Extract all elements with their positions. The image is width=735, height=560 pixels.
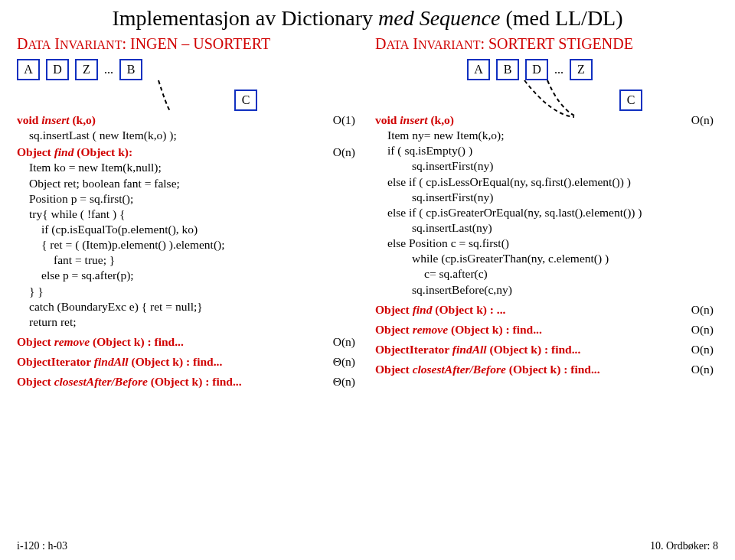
bigo: Θ(n) bbox=[333, 374, 355, 389]
h-nv: NVARIANT bbox=[418, 38, 480, 51]
left-column: DATA INVARIANT: INGEN – USORTERT A D Z .… bbox=[17, 35, 360, 389]
kw: void bbox=[17, 113, 41, 126]
fn: findAll bbox=[452, 343, 487, 356]
args: (Object k): bbox=[74, 145, 132, 158]
bigo: O(1) bbox=[333, 112, 355, 128]
h-i: I bbox=[409, 35, 418, 52]
kw: ObjectIterator bbox=[375, 343, 452, 356]
h-i: I bbox=[51, 35, 60, 52]
title-ital: med Sequence bbox=[378, 6, 500, 30]
node-a: A bbox=[467, 59, 490, 80]
code-line: fant = true; } bbox=[17, 252, 360, 268]
bigo: O(n) bbox=[691, 362, 714, 377]
title-plain: Implementasjon av Dictionary bbox=[112, 6, 373, 30]
left-code: void insert (k,o) O(1) sq.insertLast ( n… bbox=[17, 112, 360, 389]
kw: Object bbox=[375, 363, 413, 376]
args: (k,o) bbox=[428, 113, 454, 126]
bigo: O(n) bbox=[691, 302, 714, 317]
node-d: D bbox=[46, 59, 69, 80]
code-line: else p = sq.after(p); bbox=[17, 268, 360, 283]
footer-left: i-120 : h-03 bbox=[17, 540, 67, 552]
node-c-right: C bbox=[619, 90, 642, 111]
code-line: if ( sq.isEmpty() ) bbox=[375, 143, 718, 158]
args: (Object k) : find... bbox=[487, 343, 581, 356]
footer-right: 10. Ordbøker: 8 bbox=[650, 540, 718, 552]
code-line: Object ret; boolean fant = false; bbox=[17, 176, 360, 191]
fn: closestAfter/Before bbox=[413, 363, 506, 376]
h-sfx: : SORTERT STIGENDE bbox=[480, 35, 632, 52]
slide-title: Implementasjon av Dictionary med Sequenc… bbox=[0, 0, 735, 35]
fn: insert bbox=[41, 113, 69, 126]
args: (Object k) : find... bbox=[90, 335, 184, 348]
kw: Object bbox=[17, 145, 54, 158]
ellipsis: ... bbox=[104, 63, 113, 77]
node-z: Z bbox=[75, 59, 98, 80]
find-line: Object find (Object k): O(n) bbox=[17, 145, 360, 160]
code-line: { ret = ( (Item)p.element() ).element(); bbox=[17, 237, 360, 252]
bigo: O(n) bbox=[333, 334, 355, 350]
code-line: Item ko = new Item(k,null); bbox=[17, 160, 360, 175]
code-line: if (cp.isEqualTo(p.element(), ko) bbox=[17, 222, 360, 237]
right-linked-list: A B D ... Z bbox=[375, 59, 718, 80]
h-ata: ATA bbox=[386, 38, 409, 51]
kw: Object bbox=[17, 335, 54, 348]
bigo: O(n) bbox=[691, 342, 714, 357]
code-line: try{ while ( !fant ) { bbox=[17, 207, 360, 222]
kw: Object bbox=[375, 303, 413, 316]
findall-line: ObjectIterator findAll (Object k) : find… bbox=[375, 342, 718, 357]
left-c-wrap: C bbox=[17, 90, 360, 111]
title-paren: (med LL/DL) bbox=[505, 6, 622, 30]
h-d: D bbox=[17, 35, 28, 52]
h-ata: ATA bbox=[28, 38, 51, 51]
fn: remove bbox=[54, 335, 90, 348]
code-line: catch (BoundaryExc e) { ret = null;} bbox=[17, 299, 360, 314]
args: (Object k) : find... bbox=[448, 323, 542, 336]
bigo: O(n) bbox=[333, 145, 355, 160]
fn: find bbox=[413, 303, 433, 316]
remove-line: Object remove (Object k) : find... O(n) bbox=[17, 334, 360, 350]
code-line: sq.insertFirst(ny) bbox=[375, 190, 718, 205]
code-line: else if ( cp.isGreaterOrEqual(ny, sq.las… bbox=[375, 205, 718, 220]
closest-line: Object closestAfter/Before (Object k) : … bbox=[17, 374, 360, 389]
code-line: return ret; bbox=[17, 314, 360, 330]
fn: insert bbox=[400, 113, 427, 126]
closest-line: Object closestAfter/Before (Object k) : … bbox=[375, 362, 718, 377]
bigo: O(n) bbox=[691, 322, 714, 337]
code-line: Position p = sq.first(); bbox=[17, 191, 360, 207]
fn: find bbox=[54, 145, 74, 158]
fn: findAll bbox=[94, 355, 129, 368]
args: (Object k) : find... bbox=[129, 355, 223, 368]
args: (k,o) bbox=[70, 113, 96, 126]
code-line: sq.insertBefore(c,ny) bbox=[375, 282, 718, 298]
args: (Object k) : find... bbox=[506, 363, 600, 376]
code-line: else Position c = sq.first() bbox=[375, 236, 718, 251]
left-linked-list: A D Z ... B bbox=[17, 59, 360, 80]
h-d: D bbox=[375, 35, 386, 52]
bigo: Θ(n) bbox=[333, 354, 355, 370]
right-code: void insert (k,o) O(n) Item ny= new Item… bbox=[375, 112, 718, 377]
fn: closestAfter/Before bbox=[54, 375, 148, 388]
findall-line: ObjectIterator findAll (Object k) : find… bbox=[17, 354, 360, 370]
remove-line: Object remove (Object k) : find... O(n) bbox=[375, 322, 718, 337]
kw: Object bbox=[375, 323, 413, 336]
args: (Object k) : ... bbox=[432, 303, 505, 316]
kw: void bbox=[375, 113, 400, 126]
h-sfx: : INGEN – USORTERT bbox=[122, 35, 270, 52]
code-line: while (cp.isGreaterThan(ny, c.element() … bbox=[375, 251, 718, 266]
code-line: sq.insertFirst(ny) bbox=[375, 158, 718, 174]
right-column: DATA INVARIANT: SORTERT STIGENDE A B D .… bbox=[375, 35, 718, 389]
kw: ObjectIterator bbox=[17, 355, 94, 368]
bigo: O(n) bbox=[691, 112, 714, 128]
left-heading: DATA INVARIANT: INGEN – USORTERT bbox=[17, 35, 360, 53]
args: (Object k) : find... bbox=[148, 375, 242, 388]
code-line: } } bbox=[17, 284, 360, 299]
node-a: A bbox=[17, 59, 40, 80]
node-c-left: C bbox=[234, 90, 257, 111]
code-line: else if ( cp.isLessOrEqual(ny, sq.first(… bbox=[375, 174, 718, 190]
right-c-wrap: C bbox=[375, 90, 718, 111]
h-nv: NVARIANT bbox=[60, 38, 122, 51]
kw: Object bbox=[17, 375, 54, 388]
footer: i-120 : h-03 10. Ordbøker: 8 bbox=[17, 540, 718, 552]
find-line: Object find (Object k) : ... O(n) bbox=[375, 302, 718, 317]
insert-body: sq.insertLast ( new Item(k,o) ); bbox=[17, 128, 360, 143]
